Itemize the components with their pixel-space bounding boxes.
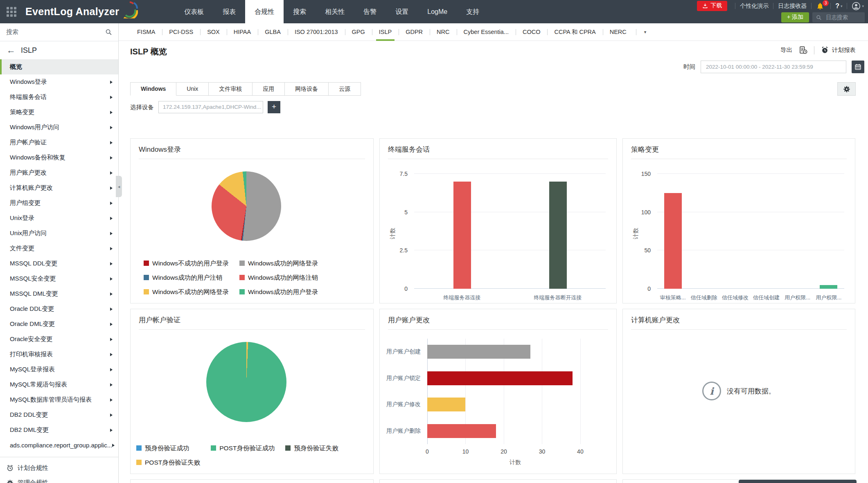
sidebar-item-Oracle DDL变更[interactable]: Oracle DDL变更 [0,301,118,317]
sidebar-item-Unix用户访问[interactable]: Unix用户访问 [0,226,118,241]
sidebar-search-input[interactable]: 搜索 [0,23,118,41]
notifications-bell-icon[interactable]: 3 [816,2,826,11]
sidebar-item-ads.compliance.report_group.applic...[interactable]: ads.compliance.report_group.applic... [0,438,118,453]
compliance-tab-HIPAA[interactable]: HIPAA [227,23,258,41]
sidebar-item-文件变更[interactable]: 文件变更 [0,241,118,256]
sidebar-item-manage-compliance[interactable]: 管理合规性 [0,475,118,483]
personalized-demo-link[interactable]: 个性化演示 [740,2,769,10]
nav-item-合规性[interactable]: 合规性 [245,0,284,23]
sidebar-item-Oracle DML变更[interactable]: Oracle DML变更 [0,317,118,332]
legend-item[interactable]: Windows不成功的用户登录 [144,259,229,268]
sidebar-item-用户账户更改[interactable]: 用户账户更改 [0,165,118,180]
legend-item[interactable]: 预身份验证成功 [136,444,200,453]
sidebar-item-Unix登录[interactable]: Unix登录 [0,211,118,226]
source-tab-云源[interactable]: 云源 [329,82,361,96]
legend-swatch [144,275,149,280]
app-grid-icon[interactable] [7,7,16,17]
compliance-tab-SOX[interactable]: SOX [200,23,227,41]
bar-用户账户锁定[interactable] [427,371,573,385]
bar-用户权限...[interactable] [820,285,837,289]
nav-item-告警[interactable]: 告警 [354,0,386,23]
source-tab-应用[interactable]: 应用 [253,82,285,96]
sidebar-item-Windows备份和恢复[interactable]: Windows备份和恢复 [0,150,118,165]
sidebar-item-策略变更[interactable]: 策略变更 [0,105,118,120]
compliance-tab-CCPA 和 CPRA[interactable]: CCPA 和 CPRA [547,23,602,41]
add-button[interactable]: + 添加 [781,12,809,22]
compliance-tabs-overflow-button[interactable]: ▾ [636,23,655,41]
nav-item-LogMe[interactable]: LogMe [418,0,457,23]
sidebar-item-MSSQL DDL变更[interactable]: MSSQL DDL变更 [0,256,118,271]
legend-item[interactable]: 预身份验证失败 [285,444,338,453]
bar-终端服务器连接[interactable] [453,182,471,289]
legend-item[interactable]: Windows成功的网络注销 [239,274,318,282]
legend-item[interactable]: Windows成功的用户登录 [239,288,318,297]
log-receiver-link[interactable]: 日志接收器 [778,2,807,10]
sidebar-item-MySQL常规语句报表[interactable]: MySQL常规语句报表 [0,377,118,392]
help-button[interactable]: ? [835,2,839,10]
pie[interactable] [206,342,286,422]
nav-item-报表[interactable]: 报表 [213,0,245,23]
sidebar-item-DB2 DDL变更[interactable]: DB2 DDL变更 [0,407,118,422]
sidebar-item-Windows用户访问[interactable]: Windows用户访问 [0,120,118,135]
sidebar-item-终端服务会话[interactable]: 终端服务会话 [0,90,118,105]
time-range-input[interactable]: 2022-10-01 00:00:00 - 2022-11-30 23:59:5… [701,61,846,73]
sidebar-item-MSSQL DML变更[interactable]: MSSQL DML变更 [0,286,118,301]
compliance-tab-NRC[interactable]: NRC [430,23,456,41]
back-arrow-icon[interactable]: ← [7,45,16,56]
compliance-tab-GPG[interactable]: GPG [345,23,372,41]
pie[interactable] [212,171,281,241]
sidebar-item-概览[interactable]: 概览 [0,59,118,74]
source-tab-网络设备[interactable]: 网络设备 [285,82,329,96]
sidebar-item-用户帐户验证[interactable]: 用户帐户验证 [0,135,118,150]
sidebar-item-用户组变更[interactable]: 用户组变更 [0,195,118,211]
compliance-tab-ISLP[interactable]: ISLP [372,23,399,41]
add-device-button[interactable]: + [268,101,280,113]
bar-终端服务器断开连接[interactable] [549,182,567,289]
sidebar-item-schedule-compliance[interactable]: 计划合规性 [0,461,118,475]
download-button[interactable]: 下载 [697,1,727,11]
log-search-input[interactable]: 日志搜索 [812,12,865,22]
user-avatar-icon[interactable] [852,2,861,11]
export-report-icon[interactable] [799,46,807,54]
compliance-tab-ISO 27001:2013[interactable]: ISO 27001:2013 [288,23,345,41]
nav-item-支持[interactable]: 支持 [457,0,489,23]
sidebar-item-DB2 DML变更[interactable]: DB2 DML变更 [0,422,118,438]
sidebar-item-MSSQL安全变更[interactable]: MSSQL安全变更 [0,271,118,286]
sidebar-item-打印机审核报表[interactable]: 打印机审核报表 [0,347,118,362]
bar-用户账户创建[interactable] [427,345,530,359]
compliance-tab-FISMA[interactable]: FISMA [130,23,162,41]
device-input[interactable]: 172.24.159.137,Apache1,DHCP-Wind... [158,101,263,113]
sidebar-item-Oracle安全变更[interactable]: Oracle安全变更 [0,332,118,347]
legend-item[interactable]: Windows不成功的网络登录 [144,288,229,297]
legend-item[interactable]: POST身份验证失败 [136,458,200,467]
legend-item[interactable]: Windows成功的用户注销 [144,274,229,282]
schedule-report-button[interactable]: 计划报表 [821,46,856,54]
compliance-tab-Cyber Essentia...[interactable]: Cyber Essentia... [457,23,516,41]
bar-审核策略...[interactable] [664,193,682,289]
compliance-tab-GDPR[interactable]: GDPR [399,23,430,41]
compliance-tab-NERC[interactable]: NERC [603,23,634,41]
source-tab-文件审核[interactable]: 文件审核 [209,82,253,96]
sidebar-item-Windows登录[interactable]: Windows登录 [0,74,118,90]
sidebar-collapse-handle[interactable]: ◂ [116,176,122,197]
compliance-tab-GLBA[interactable]: GLBA [258,23,288,41]
sidebar-item-计算机账户更改[interactable]: 计算机账户更改 [0,180,118,195]
nav-item-搜索[interactable]: 搜索 [284,0,316,23]
compliance-tab-COCO[interactable]: COCO [516,23,548,41]
bar-用户账户删除[interactable] [427,424,496,438]
compliance-tab-PCI-DSS[interactable]: PCI-DSS [162,23,200,41]
source-tab-Unix[interactable]: Unix [176,82,209,96]
bar-用户账户修改[interactable] [427,398,465,411]
nav-item-仪表板[interactable]: 仪表板 [175,0,213,23]
sidebar-item-MySQL数据库管理员语句报表[interactable]: MySQL数据库管理员语句报表 [0,392,118,407]
nav-item-相关性[interactable]: 相关性 [316,0,354,23]
legend-item[interactable]: Windows成功的网络登录 [239,259,318,268]
dashboard-settings-button[interactable] [837,82,856,96]
legend-item[interactable]: POST身份验证成功 [211,444,275,453]
export-button[interactable]: 导出 [780,46,792,54]
info-icon: i [702,382,721,400]
nav-item-设置[interactable]: 设置 [386,0,418,23]
sidebar-item-MySQL登录报表[interactable]: MySQL登录报表 [0,362,118,377]
calendar-button[interactable] [852,61,864,73]
source-tab-Windows[interactable]: Windows [130,82,176,96]
